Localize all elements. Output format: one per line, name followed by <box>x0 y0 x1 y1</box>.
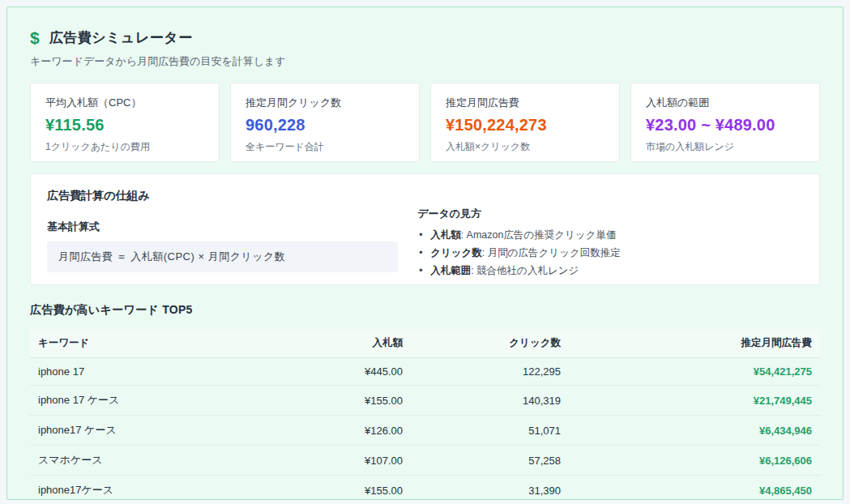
keyword-table-title: 広告費が高いキーワード TOP5 <box>30 303 820 318</box>
page-subtitle: キーワードデータから月間広告費の目安を計算します <box>30 54 820 69</box>
cell-keyword: スマホケース <box>30 446 261 476</box>
cell-cost: ¥21,749,445 <box>569 386 820 416</box>
stat-label: 入札額の範囲 <box>646 96 805 110</box>
stat-label: 推定月間クリック数 <box>246 96 404 110</box>
cell-keyword: iphone17ケース <box>30 476 261 504</box>
list-item: •クリック数: 月間の広告クリック回数推定 <box>417 244 803 262</box>
list-item: •入札範囲: 競合他社の入札レンジ <box>417 262 803 280</box>
ad-cost-simulator-panel: $ 広告費シミュレーター キーワードデータから月間広告費の目安を計算します 平均… <box>6 6 844 500</box>
table-row: iphone 17 ケース ¥155.00 140,319 ¥21,749,44… <box>30 386 820 416</box>
keyword-table: キーワード 入札額 クリック数 推定月間広告費 iphone 17 ¥445.0… <box>30 329 820 504</box>
data-guide-heading: データの見方 <box>417 207 803 221</box>
dollar-icon: $ <box>30 29 40 46</box>
table-row: iphone17ケース ¥155.00 31,390 ¥4,865,450 <box>30 476 820 504</box>
stat-caption: 入札額×クリック数 <box>446 140 604 154</box>
cell-bid: ¥107.00 <box>261 446 411 476</box>
cell-bid: ¥155.00 <box>261 386 411 416</box>
formula-column: 基本計算式 月間広告費 ＝ 入札額(CPC) × 月間クリック数 <box>47 207 417 280</box>
guide-term: クリック数 <box>430 247 482 258</box>
stat-value: ¥23.00 ~ ¥489.00 <box>646 116 805 135</box>
stat-value: 960,228 <box>246 116 404 135</box>
bullet-icon: • <box>419 226 422 244</box>
formula-box: 月間広告費 ＝ 入札額(CPC) × 月間クリック数 <box>47 241 398 272</box>
guide-desc: : 競合他社の入札レンジ <box>471 265 579 276</box>
cell-keyword: iphone17 ケース <box>30 416 261 446</box>
stat-card-avg-cpc: 平均入札額（CPC） ¥115.56 1クリックあたりの費用 <box>30 83 220 162</box>
guide-term: 入札額 <box>430 229 461 241</box>
page-title: 広告費シミュレーター <box>49 28 193 47</box>
data-guide-list: •入札額: Amazon広告の推奨クリック単価 •クリック数: 月間の広告クリッ… <box>417 226 803 280</box>
stat-card-monthly-clicks: 推定月間クリック数 960,228 全キーワード合計 <box>230 83 420 162</box>
cell-cost: ¥54,421,275 <box>569 358 820 386</box>
stat-label: 平均入札額（CPC） <box>45 96 204 110</box>
data-guide-column: データの見方 •入札額: Amazon広告の推奨クリック単価 •クリック数: 月… <box>417 207 803 280</box>
stat-caption: 全キーワード合計 <box>246 140 404 154</box>
cell-keyword: iphone 17 ケース <box>30 386 261 416</box>
bullet-icon: • <box>419 244 422 262</box>
table-header-row: キーワード 入札額 クリック数 推定月間広告費 <box>30 329 820 358</box>
stat-caption: 1クリックあたりの費用 <box>45 140 204 154</box>
guide-desc: : Amazon広告の推奨クリック単価 <box>461 229 617 241</box>
cell-clicks: 31,390 <box>411 476 569 504</box>
cell-keyword: iphone 17 <box>30 358 261 386</box>
stat-card-bid-range: 入札額の範囲 ¥23.00 ~ ¥489.00 市場の入札額レンジ <box>630 83 820 162</box>
stat-value: ¥150,224,273 <box>446 116 604 135</box>
stat-value: ¥115.56 <box>45 116 204 135</box>
table-row: iphone 17 ¥445.00 122,295 ¥54,421,275 <box>30 358 820 386</box>
calculation-explainer-panel: 広告費計算の仕組み 基本計算式 月間広告費 ＝ 入札額(CPC) × 月間クリッ… <box>30 173 820 285</box>
cell-bid: ¥155.00 <box>261 476 411 504</box>
column-header-cost: 推定月間広告費 <box>569 329 820 358</box>
stat-label: 推定月間広告費 <box>446 96 604 110</box>
cell-bid: ¥126.00 <box>261 416 411 446</box>
explainer-columns: 基本計算式 月間広告費 ＝ 入札額(CPC) × 月間クリック数 データの見方 … <box>47 207 803 280</box>
cell-cost: ¥6,126,606 <box>569 446 820 476</box>
cell-cost: ¥6,434,946 <box>569 416 820 446</box>
formula-heading: 基本計算式 <box>47 220 398 234</box>
header: $ 広告費シミュレーター <box>30 28 820 47</box>
guide-term: 入札範囲 <box>430 265 471 276</box>
cell-clicks: 140,319 <box>411 386 569 416</box>
cell-cost: ¥4,865,450 <box>569 476 820 504</box>
stat-cards: 平均入札額（CPC） ¥115.56 1クリックあたりの費用 推定月間クリック数… <box>30 83 820 162</box>
bullet-icon: • <box>419 262 422 280</box>
column-header-clicks: クリック数 <box>411 329 569 358</box>
table-row: iphone17 ケース ¥126.00 51,071 ¥6,434,946 <box>30 416 820 446</box>
cell-clicks: 122,295 <box>411 358 569 386</box>
column-header-bid: 入札額 <box>261 329 411 358</box>
guide-desc: : 月間の広告クリック回数推定 <box>482 247 621 258</box>
explainer-title: 広告費計算の仕組み <box>47 189 803 203</box>
cell-clicks: 51,071 <box>411 416 569 446</box>
stat-card-monthly-cost: 推定月間広告費 ¥150,224,273 入札額×クリック数 <box>430 83 620 162</box>
cell-clicks: 57,258 <box>411 446 569 476</box>
column-header-keyword: キーワード <box>30 329 261 358</box>
cell-bid: ¥445.00 <box>261 358 411 386</box>
table-row: スマホケース ¥107.00 57,258 ¥6,126,606 <box>30 446 820 476</box>
stat-caption: 市場の入札額レンジ <box>646 140 805 154</box>
list-item: •入札額: Amazon広告の推奨クリック単価 <box>417 226 803 244</box>
